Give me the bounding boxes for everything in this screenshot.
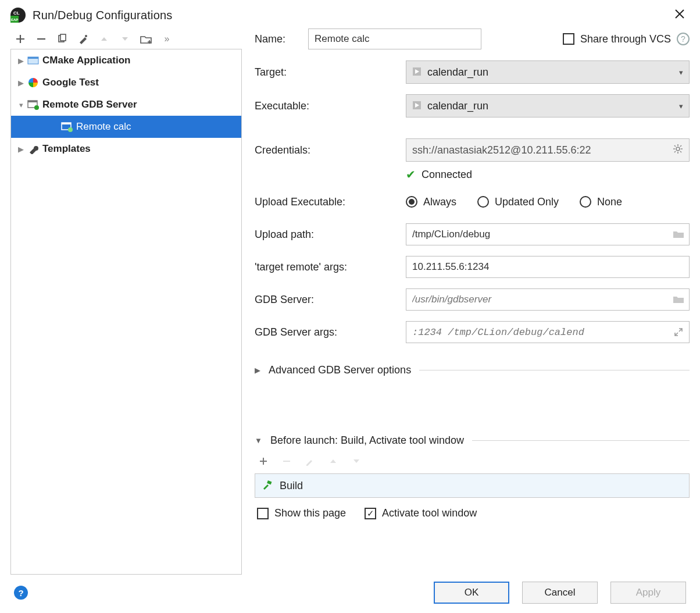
chevron-right-icon: ▶ [16,145,26,154]
config-toolbar: » [10,28,242,49]
chevron-right-icon: ▶ [16,56,26,65]
before-launch-section-toggle[interactable]: ▼ Before launch: Build, Activate tool wi… [255,434,690,447]
radio-label: Updated Only [495,196,559,208]
activate-window-label: Activate tool window [382,507,477,519]
radio-label: Always [423,196,456,208]
target-remote-args-input[interactable] [406,256,689,277]
advanced-label: Advanced GDB Server options [269,364,411,376]
svg-point-6 [85,35,87,37]
browse-icon[interactable] [668,289,689,310]
upload-path-label: Upload path: [255,229,406,241]
edit-task-button [303,455,316,468]
wrench-icon [26,144,40,154]
svg-point-17 [676,147,680,151]
tree-item-label: Google Test [42,77,99,88]
separator-line [472,440,690,441]
svg-rect-8 [28,57,38,59]
add-task-button[interactable] [257,455,270,468]
chevron-down-icon: ▾ [679,102,683,111]
before-launch-item-build[interactable]: Build [255,473,690,498]
close-button[interactable] [670,5,690,25]
svg-text:EAP: EAP [11,18,18,22]
gdb-server-input[interactable] [406,289,668,310]
tree-item-remote-gdb-server[interactable]: ▾ Remote GDB Server [11,94,241,116]
remote-gdb-icon [26,99,40,110]
share-vcs-checkbox[interactable]: Share through VCS [563,33,671,45]
svg-text:CL: CL [13,10,20,16]
executable-value: calendar_run [427,100,488,112]
gdb-server-label: GDB Server: [255,294,406,306]
tree-item-templates[interactable]: ▶ Templates [11,138,241,160]
name-input[interactable] [308,28,481,49]
upload-none-radio[interactable]: None [580,196,622,208]
run-icon [412,67,422,78]
before-launch-label: Before launch: Build, Activate tool wind… [270,434,464,447]
upload-exec-radio-group: Always Updated Only None [406,196,690,208]
chevron-down-icon: ▾ [679,68,683,77]
check-icon: ✔ [406,167,416,181]
chevron-down-icon: ▾ [16,101,26,109]
activate-window-checkbox[interactable]: Activate tool window [365,507,477,519]
separator-line [419,370,690,370]
tree-item-cmake-application[interactable]: ▶ CMake Application [11,49,241,72]
ok-label: OK [465,587,479,598]
remove-config-button[interactable] [35,33,48,45]
apply-label: Apply [636,587,661,598]
google-test-icon [26,77,40,88]
ok-button[interactable]: OK [434,582,509,604]
gear-icon[interactable] [673,144,683,157]
help-button[interactable]: ? [14,586,28,600]
chevron-right-icon: ▶ [16,79,26,87]
move-up-button [98,33,110,45]
chevron-right-icon: ▶ [255,366,260,375]
svg-rect-13 [62,123,71,124]
upload-always-radio[interactable]: Always [406,196,456,208]
tree-item-remote-calc[interactable]: Remote calc [11,116,241,138]
upload-path-input[interactable] [406,224,668,245]
credentials-label: Credentials: [255,144,406,156]
upload-updated-radio[interactable]: Updated Only [477,196,559,208]
tree-item-google-test[interactable]: ▶ Google Test [11,72,241,94]
help-icon[interactable]: ? [677,33,690,45]
window-title: Run/Debug Configurations [33,9,173,22]
move-task-down-button [350,455,363,468]
expand-icon[interactable] [668,322,689,343]
target-dropdown[interactable]: calendar_run ▾ [406,60,690,84]
settings-button[interactable] [77,33,90,45]
upload-path-field [406,223,690,245]
status-text: Connected [422,169,472,181]
svg-rect-18 [267,480,272,484]
clion-app-icon: CL EAP [10,8,26,23]
executable-dropdown[interactable]: calendar_run ▾ [406,94,690,117]
radio-label: None [597,196,622,208]
credentials-field[interactable]: ssh://anastasiak2512@10.211.55.6:22 [406,138,690,162]
tree-item-label: Remote calc [76,121,131,133]
show-page-checkbox[interactable]: Show this page [257,507,346,519]
svg-rect-5 [60,34,66,41]
browse-icon[interactable] [668,224,689,245]
cancel-button[interactable]: Cancel [522,582,598,604]
cancel-label: Cancel [545,587,576,598]
folder-button[interactable] [140,33,152,45]
name-label: Name: [255,33,308,45]
tree-item-label: Remote GDB Server [42,99,137,111]
move-down-button [119,33,131,45]
hammer-icon [262,479,273,493]
more-button[interactable]: » [160,33,173,45]
before-launch-item-label: Build [280,480,303,492]
run-icon [412,101,422,112]
gdb-server-args-label: GDB Server args: [255,326,406,338]
gdb-server-args-field [406,321,690,343]
executable-label: Executable: [255,100,406,112]
dialog-footer: ? OK Cancel Apply [0,575,700,613]
tree-item-label: CMake Application [42,55,130,66]
before-launch-toolbar [255,447,690,473]
target-label: Target: [255,66,406,79]
svg-rect-10 [28,101,37,102]
config-tree[interactable]: ▶ CMake Application ▶ Google Test [10,49,242,575]
add-config-button[interactable] [14,33,27,45]
gdb-server-args-input[interactable] [406,322,668,343]
svg-point-11 [34,105,39,110]
advanced-section-toggle[interactable]: ▶ Advanced GDB Server options [255,364,690,376]
copy-config-button[interactable] [56,33,69,45]
